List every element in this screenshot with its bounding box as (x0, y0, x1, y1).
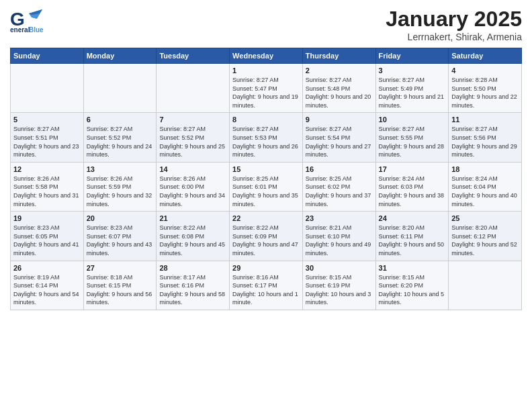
header: G eneral Blue January 2025 Lerrnakert, S… (10, 7, 522, 42)
calendar-cell: 28Sunrise: 8:17 AM Sunset: 6:16 PM Dayli… (157, 261, 230, 310)
day-info: Sunrise: 8:27 AM Sunset: 5:52 PM Dayligh… (87, 125, 154, 158)
weekday-header-monday: Monday (83, 48, 157, 64)
calendar-cell: 25Sunrise: 8:20 AM Sunset: 6:12 PM Dayli… (449, 212, 522, 261)
day-info: Sunrise: 8:19 AM Sunset: 6:14 PM Dayligh… (13, 273, 81, 307)
calendar-cell: 31Sunrise: 8:15 AM Sunset: 6:20 PM Dayli… (375, 261, 449, 310)
day-info: Sunrise: 8:15 AM Sunset: 6:19 PM Dayligh… (306, 273, 373, 307)
day-number: 13 (87, 165, 154, 173)
weekday-header-thursday: Thursday (302, 48, 375, 64)
day-info: Sunrise: 8:27 AM Sunset: 5:53 PM Dayligh… (232, 125, 300, 158)
day-info: Sunrise: 8:26 AM Sunset: 5:58 PM Dayligh… (13, 175, 81, 208)
day-number: 4 (451, 66, 519, 75)
day-number: 9 (306, 116, 373, 124)
day-info: Sunrise: 8:27 AM Sunset: 5:52 PM Dayligh… (159, 125, 226, 158)
day-number: 8 (232, 116, 300, 124)
day-info: Sunrise: 8:27 AM Sunset: 5:51 PM Dayligh… (13, 125, 81, 158)
calendar-cell: 10Sunrise: 8:27 AM Sunset: 5:55 PM Dayli… (375, 113, 449, 162)
day-number: 3 (379, 66, 446, 75)
page-container: G eneral Blue January 2025 Lerrnakert, S… (0, 0, 532, 317)
svg-text:eneral: eneral (10, 26, 30, 34)
day-number: 26 (13, 264, 81, 272)
day-info: Sunrise: 8:24 AM Sunset: 6:04 PM Dayligh… (451, 175, 519, 208)
day-number: 24 (379, 214, 446, 222)
weekday-header-wednesday: Wednesday (230, 48, 303, 64)
day-number: 19 (13, 214, 81, 222)
calendar-cell: 29Sunrise: 8:16 AM Sunset: 6:17 PM Dayli… (230, 261, 303, 310)
day-number: 7 (159, 116, 226, 124)
day-info: Sunrise: 8:17 AM Sunset: 6:16 PM Dayligh… (159, 273, 226, 307)
day-number: 23 (306, 214, 373, 222)
day-number: 14 (159, 165, 226, 173)
day-number: 10 (379, 116, 446, 124)
day-number: 2 (306, 66, 373, 75)
day-number: 15 (232, 165, 300, 173)
calendar-cell: 27Sunrise: 8:18 AM Sunset: 6:15 PM Dayli… (83, 261, 157, 310)
calendar-cell: 21Sunrise: 8:22 AM Sunset: 6:08 PM Dayli… (157, 212, 230, 261)
day-info: Sunrise: 8:27 AM Sunset: 5:48 PM Dayligh… (306, 76, 373, 109)
calendar-cell: 11Sunrise: 8:27 AM Sunset: 5:56 PM Dayli… (449, 113, 522, 162)
day-number: 20 (87, 214, 154, 222)
calendar-cell: 23Sunrise: 8:21 AM Sunset: 6:10 PM Dayli… (302, 212, 375, 261)
day-info: Sunrise: 8:20 AM Sunset: 6:12 PM Dayligh… (451, 224, 519, 257)
day-number: 29 (232, 264, 300, 272)
calendar-cell: 5Sunrise: 8:27 AM Sunset: 5:51 PM Daylig… (11, 113, 84, 162)
calendar-cell: 9Sunrise: 8:27 AM Sunset: 5:54 PM Daylig… (302, 113, 375, 162)
calendar-cell: 1Sunrise: 8:27 AM Sunset: 5:47 PM Daylig… (230, 64, 303, 113)
day-number: 18 (451, 165, 519, 173)
day-info: Sunrise: 8:18 AM Sunset: 6:15 PM Dayligh… (87, 273, 154, 307)
calendar-week-row: 1Sunrise: 8:27 AM Sunset: 5:47 PM Daylig… (11, 64, 522, 113)
calendar-cell: 16Sunrise: 8:25 AM Sunset: 6:02 PM Dayli… (302, 162, 375, 211)
calendar-cell: 14Sunrise: 8:26 AM Sunset: 6:00 PM Dayli… (157, 162, 230, 211)
calendar-cell: 30Sunrise: 8:15 AM Sunset: 6:19 PM Dayli… (302, 261, 375, 310)
day-info: Sunrise: 8:23 AM Sunset: 6:05 PM Dayligh… (13, 224, 81, 257)
calendar-cell: 20Sunrise: 8:23 AM Sunset: 6:07 PM Dayli… (83, 212, 157, 261)
day-info: Sunrise: 8:22 AM Sunset: 6:09 PM Dayligh… (232, 224, 300, 257)
calendar-cell: 18Sunrise: 8:24 AM Sunset: 6:04 PM Dayli… (449, 162, 522, 211)
day-info: Sunrise: 8:26 AM Sunset: 5:59 PM Dayligh… (87, 175, 154, 208)
calendar-cell: 4Sunrise: 8:28 AM Sunset: 5:50 PM Daylig… (449, 64, 522, 113)
day-number: 30 (306, 264, 373, 272)
day-info: Sunrise: 8:27 AM Sunset: 5:47 PM Dayligh… (232, 76, 300, 109)
weekday-header-friday: Friday (375, 48, 449, 64)
calendar-cell: 12Sunrise: 8:26 AM Sunset: 5:58 PM Dayli… (11, 162, 84, 211)
day-info: Sunrise: 8:22 AM Sunset: 6:08 PM Dayligh… (159, 224, 226, 257)
calendar-cell: 8Sunrise: 8:27 AM Sunset: 5:53 PM Daylig… (230, 113, 303, 162)
calendar-cell: 26Sunrise: 8:19 AM Sunset: 6:14 PM Dayli… (11, 261, 84, 310)
title-block: January 2025 Lerrnakert, Shirak, Armenia (386, 7, 522, 42)
weekday-header-sunday: Sunday (11, 48, 84, 64)
weekday-header-row: SundayMondayTuesdayWednesdayThursdayFrid… (11, 48, 522, 64)
day-info: Sunrise: 8:25 AM Sunset: 6:01 PM Dayligh… (232, 175, 300, 208)
day-info: Sunrise: 8:26 AM Sunset: 6:00 PM Dayligh… (159, 175, 226, 208)
calendar-cell: 17Sunrise: 8:24 AM Sunset: 6:03 PM Dayli… (375, 162, 449, 211)
logo-icon: G eneral Blue (10, 7, 44, 34)
day-info: Sunrise: 8:28 AM Sunset: 5:50 PM Dayligh… (451, 76, 519, 109)
calendar-week-row: 12Sunrise: 8:26 AM Sunset: 5:58 PM Dayli… (11, 162, 522, 211)
month-title: January 2025 (386, 7, 522, 32)
calendar-cell: 22Sunrise: 8:22 AM Sunset: 6:09 PM Dayli… (230, 212, 303, 261)
day-info: Sunrise: 8:24 AM Sunset: 6:03 PM Dayligh… (379, 175, 446, 208)
day-number: 6 (87, 116, 154, 124)
calendar-cell: 2Sunrise: 8:27 AM Sunset: 5:48 PM Daylig… (302, 64, 375, 113)
day-info: Sunrise: 8:21 AM Sunset: 6:10 PM Dayligh… (306, 224, 373, 257)
day-info: Sunrise: 8:25 AM Sunset: 6:02 PM Dayligh… (306, 175, 373, 208)
logo: G eneral Blue (10, 7, 44, 34)
day-number: 1 (232, 66, 300, 75)
calendar-cell (11, 64, 84, 113)
calendar-cell: 3Sunrise: 8:27 AM Sunset: 5:49 PM Daylig… (375, 64, 449, 113)
calendar-table: SundayMondayTuesdayWednesdayThursdayFrid… (10, 48, 522, 310)
day-number: 17 (379, 165, 446, 173)
day-number: 11 (451, 116, 519, 124)
day-info: Sunrise: 8:23 AM Sunset: 6:07 PM Dayligh… (87, 224, 154, 257)
calendar-cell (449, 261, 522, 310)
calendar-cell (83, 64, 157, 113)
location-subtitle: Lerrnakert, Shirak, Armenia (386, 32, 522, 42)
day-number: 27 (87, 264, 154, 272)
calendar-cell: 15Sunrise: 8:25 AM Sunset: 6:01 PM Dayli… (230, 162, 303, 211)
day-info: Sunrise: 8:27 AM Sunset: 5:49 PM Dayligh… (379, 76, 446, 109)
day-info: Sunrise: 8:27 AM Sunset: 5:55 PM Dayligh… (379, 125, 446, 158)
day-number: 28 (159, 264, 226, 272)
day-info: Sunrise: 8:15 AM Sunset: 6:20 PM Dayligh… (379, 273, 446, 307)
calendar-cell: 24Sunrise: 8:20 AM Sunset: 6:11 PM Dayli… (375, 212, 449, 261)
svg-marker-2 (29, 9, 42, 15)
calendar-week-row: 5Sunrise: 8:27 AM Sunset: 5:51 PM Daylig… (11, 113, 522, 162)
